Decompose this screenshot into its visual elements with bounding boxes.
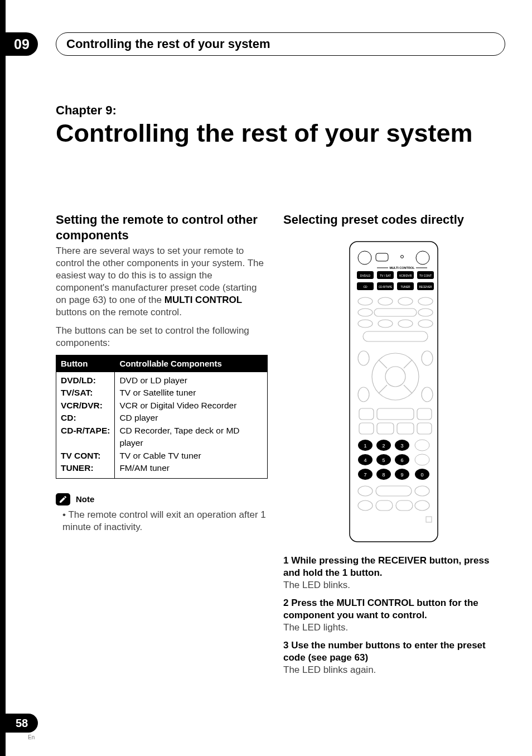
remote-btn-receiver: RECEIVER — [419, 286, 432, 288]
note-block: Note The remote control will exit an ope… — [56, 493, 268, 533]
remote-btn-dvdld: DVD/LD — [360, 274, 370, 277]
note-label: Note — [76, 494, 94, 504]
page-number-tab: 58 — [6, 714, 38, 733]
table-cell-button: DVD/LD: — [61, 374, 110, 387]
remote-btn-cd: CD — [363, 285, 367, 288]
step-2-lead: 2 Press the MULTI CONTROL button for the… — [283, 598, 478, 620]
running-header-text: Controlling the rest of your system — [66, 37, 270, 51]
table-cell-component: VCR or Digital Video Recorder — [119, 399, 263, 412]
remote-num-1: 1 — [364, 443, 366, 449]
step-3-lead: 3 Use the number buttons to enter the pr… — [283, 640, 486, 663]
page-title: Controlling the rest of your system — [56, 119, 505, 148]
remote-num-4: 4 — [364, 458, 366, 463]
page-number: 58 — [16, 717, 28, 730]
remote-btn-tvsat: TV / SAT — [380, 274, 391, 277]
chapter-number: 09 — [14, 36, 30, 52]
remote-num-8: 8 — [382, 472, 385, 478]
remote-num-5: 5 — [382, 458, 385, 463]
left-column: Setting the remote to control other comp… — [56, 212, 268, 533]
table-cell-component: TV or Satellite tuner — [119, 387, 263, 399]
table-cell-component: CD Recorder, Tape deck or MD player — [119, 425, 263, 450]
remote-num-9: 9 — [400, 472, 403, 478]
table-row: DVD/LD: TV/SAT: VCR/DVR: CD: CD-R/TAPE: … — [56, 372, 268, 478]
remote-btn-cdrtape: CD-R/TAPE — [379, 286, 392, 288]
left-paragraph-1: There are several ways to set your remot… — [56, 245, 268, 319]
step-1-sub: The LED blinks. — [283, 580, 350, 590]
table-cell-component: CD player — [119, 412, 263, 424]
remote-control-icon: MULTI CONTROL DVD/LD TV / SAT VCR/DVR TV… — [349, 241, 438, 542]
right-section-heading: Selecting preset codes directly — [283, 212, 504, 228]
table-cell-button: TUNER: — [61, 462, 110, 474]
table-cell-button: TV/SAT: — [61, 387, 110, 399]
step-1-lead: 1 While pressing the RECEIVER button, pr… — [283, 555, 489, 578]
table-cell-button: VCR/DVR: — [61, 399, 110, 412]
note-text: The remote control will exit an operatio… — [56, 509, 268, 533]
title-block: Chapter 9: Controlling the rest of your … — [56, 103, 505, 148]
right-column: Selecting preset codes directly MULTI CO… — [283, 212, 504, 682]
step-1: 1 While pressing the RECEIVER button, pr… — [283, 555, 504, 591]
left-paragraph-2: The buttons can be set to control the fo… — [56, 325, 268, 349]
left-section-heading: Setting the remote to control other comp… — [56, 212, 268, 243]
remote-num-0: 0 — [420, 472, 423, 478]
components-table: Button Controllable Components DVD/LD: T… — [56, 355, 268, 479]
left-p1-bold: MULTI CONTROL — [165, 295, 242, 305]
remote-num-3: 3 — [400, 443, 403, 449]
left-p1-c: buttons on the remote control. — [56, 307, 182, 317]
table-cell-button: CD-R/TAPE: — [61, 425, 110, 437]
chapter-label: Chapter 9: — [56, 103, 505, 118]
running-header: Controlling the rest of your system — [56, 32, 505, 56]
table-cell-button: TV CONT: — [61, 450, 110, 462]
left-margin-bar — [0, 0, 6, 756]
step-2-sub: The LED lights. — [283, 622, 348, 633]
remote-btn-vcrdvr: VCR/DVR — [399, 274, 412, 277]
remote-num-2: 2 — [382, 443, 385, 449]
table-header-button: Button — [56, 355, 115, 372]
language-code: En — [28, 734, 35, 740]
chapter-number-tab: 09 — [6, 32, 38, 56]
table-cell-component: DVD or LD player — [119, 374, 263, 387]
remote-num-7: 7 — [364, 472, 366, 478]
table-cell-component: FM/AM tuner — [119, 462, 263, 474]
remote-btn-tvcont: TV CONT — [419, 274, 432, 277]
table-cell-component: TV or Cable TV tuner — [119, 450, 263, 462]
step-2: 2 Press the MULTI CONTROL button for the… — [283, 597, 504, 634]
step-3-sub: The LED blinks again. — [283, 664, 376, 675]
table-header-components: Controllable Components — [115, 355, 268, 372]
remote-btn-tuner: TUNER — [400, 285, 410, 288]
step-3: 3 Use the number buttons to enter the pr… — [283, 639, 504, 676]
multi-control-label: MULTI CONTROL — [389, 266, 415, 269]
pencil-icon — [56, 493, 70, 505]
remote-diagram: MULTI CONTROL DVD/LD TV / SAT VCR/DVR TV… — [283, 241, 504, 542]
table-cell-button: CD: — [61, 412, 110, 424]
remote-num-6: 6 — [400, 458, 403, 463]
